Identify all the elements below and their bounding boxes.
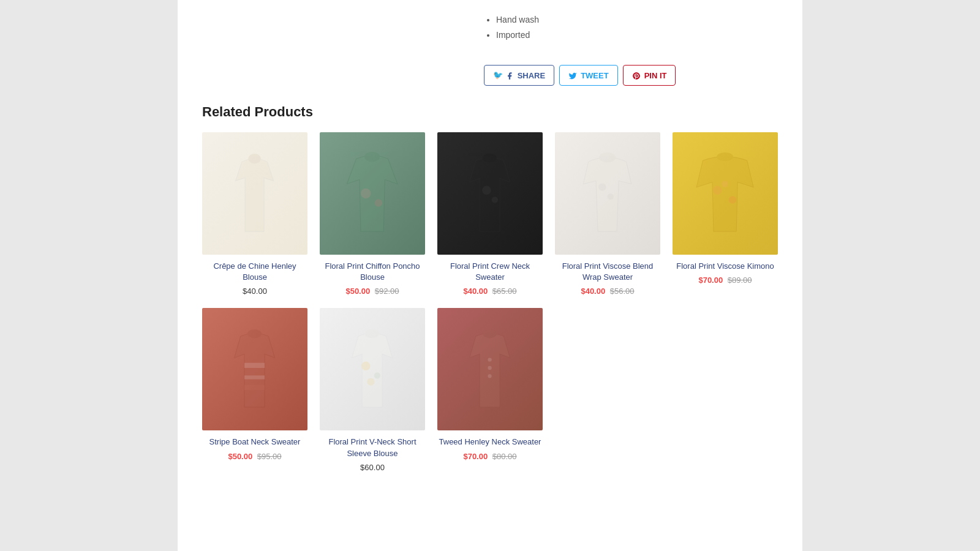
product-name-floral-viscose-kimono: Floral Print Viscose Kimono xyxy=(673,261,778,272)
product-price-stripe-boat-neck: $50.00 $95.00 xyxy=(202,452,307,461)
product-image-floral-chiffon xyxy=(320,132,425,255)
svg-point-9 xyxy=(608,193,614,200)
sale-price: $50.00 xyxy=(345,287,370,296)
product-price-crepe-henley: $40.00 xyxy=(202,287,307,296)
share-label: SHARE xyxy=(518,71,546,80)
svg-point-0 xyxy=(249,154,262,164)
original-price: $89.00 xyxy=(728,276,752,285)
svg-point-18 xyxy=(366,329,380,338)
product-image-floral-vneck xyxy=(320,308,425,430)
svg-point-24 xyxy=(488,366,492,370)
product-name-crepe-henley: Crêpe de Chine Henley Blouse xyxy=(202,261,307,283)
original-price: $95.00 xyxy=(257,452,282,461)
bullet-imported: Imported xyxy=(496,28,778,43)
product-image-crepe-henley xyxy=(202,132,307,255)
products-grid-row1: Crêpe de Chine Henley Blouse $40.00 Flor… xyxy=(202,132,778,296)
svg-point-11 xyxy=(713,186,722,195)
svg-point-4 xyxy=(483,154,497,162)
product-card-floral-chiffon[interactable]: Floral Print Chiffon Poncho Blouse $50.0… xyxy=(320,132,425,296)
svg-point-25 xyxy=(488,375,492,378)
svg-point-21 xyxy=(368,378,375,386)
svg-point-17 xyxy=(248,329,262,338)
product-price-floral-viscose-wrap: $40.00 $56.00 xyxy=(555,287,660,296)
product-card-floral-viscose-wrap[interactable]: Floral Print Viscose Blend Wrap Sweater … xyxy=(555,132,660,296)
svg-point-20 xyxy=(374,372,380,378)
related-products-title: Related Products xyxy=(202,104,778,120)
svg-point-23 xyxy=(488,358,492,362)
svg-point-19 xyxy=(361,362,370,370)
share-twitter-button[interactable]: TWEET xyxy=(559,65,618,86)
product-image-floral-crew-neck xyxy=(437,132,543,255)
svg-point-7 xyxy=(600,152,616,163)
page-wrapper: Hand wash Imported 🐦 SHARE TWEET PIN IT … xyxy=(178,0,802,551)
pin-label: PIN IT xyxy=(644,71,667,80)
product-card-stripe-boat-neck[interactable]: Stripe Boat Neck Sweater $50.00 $95.00 xyxy=(202,308,307,471)
empty-cell-5 xyxy=(673,308,778,471)
svg-point-1 xyxy=(365,152,380,162)
product-image-tweed-henley xyxy=(437,308,543,430)
share-facebook-button[interactable]: 🐦 SHARE xyxy=(484,65,554,86)
product-price-floral-chiffon: $50.00 $92.00 xyxy=(320,287,425,296)
products-grid-row2: Stripe Boat Neck Sweater $50.00 $95.00 xyxy=(202,308,778,471)
empty-cell-4 xyxy=(555,308,660,471)
svg-point-12 xyxy=(729,196,736,203)
product-card-floral-vneck[interactable]: Floral Print V-Neck Short Sleeve Blouse … xyxy=(320,308,425,471)
svg-point-8 xyxy=(599,183,606,190)
original-price: $80.00 xyxy=(492,452,517,461)
regular-price: $40.00 xyxy=(243,287,267,296)
product-name-tweed-henley: Tweed Henley Neck Sweater xyxy=(437,437,543,448)
original-price: $65.00 xyxy=(492,287,517,296)
sale-price: $70.00 xyxy=(698,276,723,285)
product-name-floral-vneck: Floral Print V-Neck Short Sleeve Blouse xyxy=(320,437,425,459)
twitter-icon xyxy=(568,70,577,80)
svg-point-5 xyxy=(483,186,491,195)
sale-price: $40.00 xyxy=(581,287,605,296)
svg-rect-15 xyxy=(244,376,265,380)
regular-price: $60.00 xyxy=(360,463,385,472)
product-name-stripe-boat-neck: Stripe Boat Neck Sweater xyxy=(202,437,307,448)
product-name-floral-chiffon: Floral Print Chiffon Poncho Blouse xyxy=(320,261,425,283)
svg-point-10 xyxy=(717,152,734,161)
product-price-floral-crew-neck: $40.00 $65.00 xyxy=(437,287,543,296)
svg-point-2 xyxy=(361,189,371,199)
product-card-crepe-henley[interactable]: Crêpe de Chine Henley Blouse $40.00 xyxy=(202,132,307,296)
product-card-tweed-henley[interactable]: Tweed Henley Neck Sweater $70.00 $80.00 xyxy=(437,308,543,471)
product-name-floral-viscose-wrap: Floral Print Viscose Blend Wrap Sweater xyxy=(555,261,660,283)
original-price: $56.00 xyxy=(610,287,635,296)
bullet-hand-wash: Hand wash xyxy=(496,12,778,28)
facebook-icon: 🐦 xyxy=(493,70,514,80)
product-price-tweed-henley: $70.00 $80.00 xyxy=(437,452,543,461)
product-name-floral-crew-neck: Floral Print Crew Neck Sweater xyxy=(437,261,543,283)
svg-rect-14 xyxy=(244,363,265,368)
product-price-floral-viscose-kimono: $70.00 $89.00 xyxy=(673,276,778,285)
tweet-label: TWEET xyxy=(581,71,609,80)
sale-price: $70.00 xyxy=(463,452,488,461)
svg-point-3 xyxy=(375,199,382,206)
original-price: $92.00 xyxy=(375,287,399,296)
svg-point-13 xyxy=(722,181,728,187)
product-image-stripe-boat-neck xyxy=(202,308,307,430)
sale-price: $40.00 xyxy=(463,287,488,296)
pinterest-icon xyxy=(632,70,641,80)
product-details: Hand wash Imported xyxy=(202,12,778,55)
product-price-floral-vneck: $60.00 xyxy=(320,463,425,472)
svg-point-6 xyxy=(492,197,498,203)
share-pinterest-button[interactable]: PIN IT xyxy=(623,65,676,86)
product-image-floral-viscose-kimono xyxy=(673,132,778,255)
product-image-floral-viscose-wrap xyxy=(555,132,660,255)
sale-price: $50.00 xyxy=(228,452,252,461)
svg-rect-16 xyxy=(244,385,265,390)
product-card-floral-crew-neck[interactable]: Floral Print Crew Neck Sweater $40.00 $6… xyxy=(437,132,543,296)
product-card-floral-viscose-kimono[interactable]: Floral Print Viscose Kimono $70.00 $89.0… xyxy=(673,132,778,296)
social-buttons: 🐦 SHARE TWEET PIN IT xyxy=(202,65,778,86)
svg-point-22 xyxy=(483,329,497,338)
